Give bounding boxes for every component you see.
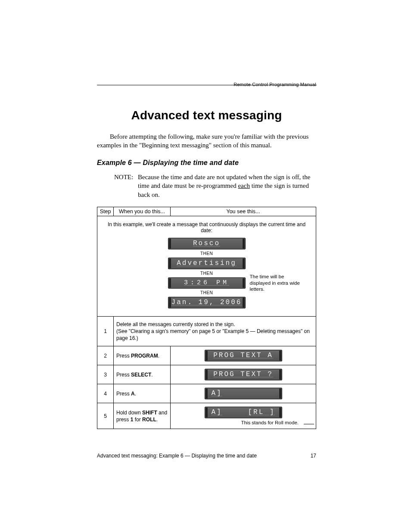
lcd-display: A]	[205, 388, 282, 399]
th-action: When you do this...	[114, 207, 171, 216]
page-footer: Advanced text messaging: Example 6 — Dis…	[97, 453, 316, 459]
lcd-text: PROG TEXT A	[208, 351, 279, 360]
step-result: A]	[171, 384, 316, 403]
lcd-text: Jan. 19, 2006	[171, 298, 242, 307]
then-label: THEN	[200, 290, 213, 295]
page-title: Advanced text messaging	[97, 109, 316, 122]
lcd-text: A] [RL ]	[208, 408, 279, 417]
example-heading: Example 6 — Displaying the time and date	[97, 159, 316, 167]
step-result: A] [RL ] This stands for Roll mode.	[171, 403, 316, 429]
step-number: 3	[97, 365, 114, 384]
then-label: THEN	[200, 251, 213, 256]
table-row: 3 Press SELECT. PROG TEXT ?	[97, 365, 316, 384]
table-header-row: Step When you do this... You see this...	[97, 207, 316, 216]
th-result: You see this...	[171, 207, 316, 216]
lcd-display: Advertising	[168, 258, 246, 269]
lcd-text: A]	[208, 389, 279, 398]
lcd-display: PROG TEXT ?	[205, 369, 282, 380]
steps-table: Step When you do this... You see this...…	[97, 207, 316, 429]
table-row: 4 Press A. A]	[97, 384, 316, 403]
step-action: Delete all the messages currently stored…	[114, 316, 316, 346]
table-intro-cell: In this example, we'll create a message …	[97, 216, 316, 316]
intro-paragraph: Before attempting the following, make su…	[97, 133, 316, 149]
table-intro-text: In this example, we'll create a message …	[102, 221, 311, 233]
step-action: Hold down SHIFT and press 1 for ROLL.	[114, 403, 171, 429]
lcd-display: Jan. 19, 2006	[168, 297, 246, 308]
step-action: Press SELECT.	[114, 365, 171, 384]
lcd-text: 3:26 PM	[171, 279, 242, 287]
note-body: Because the time and date are not update…	[138, 173, 316, 199]
footer-page-number: 17	[311, 453, 316, 459]
lcd-display: Rosco	[168, 238, 246, 249]
annotation-leader	[304, 424, 314, 424]
note-underlined: each	[238, 182, 249, 189]
lcd-display: 3:26 PM	[168, 277, 246, 289]
lcd-text: Rosco	[171, 239, 242, 248]
running-header: Remote Control Programming Manual	[234, 82, 316, 87]
step-number: 2	[97, 346, 114, 365]
step-result: PROG TEXT ?	[171, 365, 316, 384]
table-intro-row: In this example, we'll create a message …	[97, 216, 316, 316]
footer-left: Advanced text messaging: Example 6 — Dis…	[97, 453, 257, 459]
step-result: PROG TEXT A	[171, 346, 316, 365]
table-row: 5 Hold down SHIFT and press 1 for ROLL. …	[97, 403, 316, 429]
table-row: 1 Delete all the messages currently stor…	[97, 316, 316, 346]
roll-annotation: This stands for Roll mode.	[175, 420, 311, 425]
th-step: Step	[97, 207, 114, 216]
step-number: 5	[97, 403, 114, 429]
note-label: NOTE:	[114, 173, 138, 199]
note-block: NOTE: Because the time and date are not …	[114, 173, 316, 199]
lcd-display: A] [RL ]	[205, 407, 282, 418]
step-action-subtext: (See "Clearing a sign's memory" on page …	[116, 328, 310, 341]
lcd-sequence: Rosco THEN Advertising THEN 3:26 PM The …	[102, 238, 311, 308]
lcd-text: PROG TEXT ?	[208, 370, 279, 379]
lcd-text: Advertising	[171, 259, 242, 268]
time-annotation: The time will be displayed in extra wide…	[250, 274, 302, 292]
step-action: Press A.	[114, 384, 171, 403]
step-action: Press PROGRAM.	[114, 346, 171, 365]
step-action-text: Delete all the messages currently stored…	[116, 321, 235, 327]
then-label: THEN	[200, 271, 213, 276]
lcd-display: PROG TEXT A	[205, 350, 282, 361]
step-number: 4	[97, 384, 114, 403]
table-row: 2 Press PROGRAM. PROG TEXT A	[97, 346, 316, 365]
step-number: 1	[97, 316, 114, 346]
